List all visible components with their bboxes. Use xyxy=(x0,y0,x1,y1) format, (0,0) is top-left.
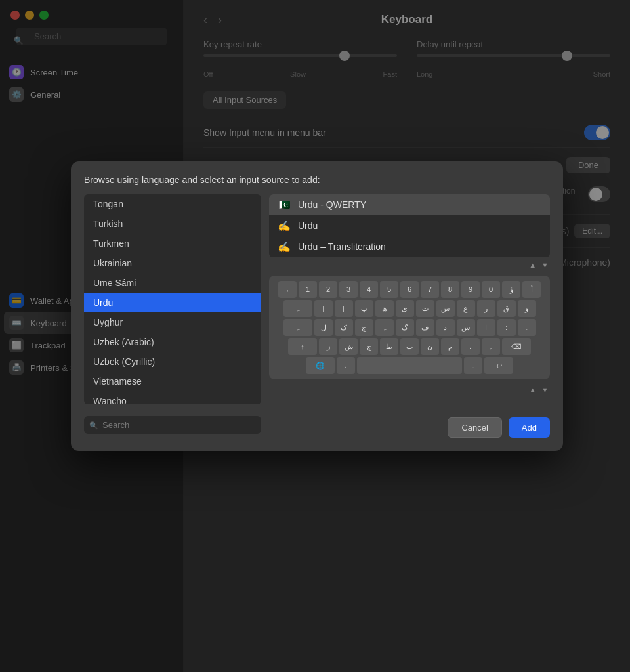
kb-key: ط xyxy=(380,338,398,355)
kb-key: 7 xyxy=(421,281,439,298)
kb-scroll-down[interactable]: ▼ xyxy=(540,385,550,395)
kb-key: ، xyxy=(337,357,355,374)
kb-key: چ xyxy=(360,338,378,355)
kb-key: ق xyxy=(497,300,516,317)
cancel-button[interactable]: Cancel xyxy=(448,417,501,438)
kb-key: ؛ xyxy=(497,319,516,336)
dialog-footer: Cancel Add xyxy=(448,417,550,438)
kb-key: ک xyxy=(335,319,353,336)
kb-key: ہ xyxy=(284,300,312,317)
kb-key: چ xyxy=(355,319,373,336)
lang-item-uyghur[interactable]: Uyghur xyxy=(84,312,261,332)
lang-item-ukrainian[interactable]: Ukrainian xyxy=(84,253,261,273)
kb-key: ھ xyxy=(375,300,394,317)
kb-key: أ xyxy=(522,281,541,298)
language-list[interactable]: Tongan Turkish Turkmen Ukrainian Ume Sám… xyxy=(84,194,261,404)
kb-scroll-up[interactable]: ▲ xyxy=(528,385,537,395)
kb-key: ن xyxy=(421,338,439,355)
add-input-source-dialog: Browse using language and select an inpu… xyxy=(71,161,563,451)
input-source-label: Urdu – Transliteration xyxy=(298,242,386,252)
kb-key: [ xyxy=(335,300,353,317)
lang-item-vietnamese[interactable]: Vietnamese xyxy=(84,371,261,391)
kb-key: ہ xyxy=(284,319,312,336)
kb-key: پ xyxy=(355,300,373,317)
input-source-urdu[interactable]: ✍ Urdu xyxy=(269,215,550,236)
kb-key: ] xyxy=(314,300,333,317)
kb-key: ب xyxy=(400,338,419,355)
input-source-urdu-qwerty[interactable]: 🇵🇰 Urdu - QWERTY xyxy=(269,194,550,215)
lang-item-ume-sami[interactable]: Ume Sámi xyxy=(84,273,261,293)
kb-key: 4 xyxy=(360,281,378,298)
kb-key: ت xyxy=(416,300,434,317)
kb-key: ل xyxy=(314,319,333,336)
kb-key: ز xyxy=(319,338,337,355)
kb-key: س xyxy=(436,300,455,317)
kb-key: ؤ xyxy=(502,281,520,298)
kb-key: گ xyxy=(396,319,414,336)
lang-item-urdu[interactable]: Urdu xyxy=(84,293,261,312)
input-source-label: Urdu xyxy=(298,220,318,231)
kb-row-2: ہ ] [ پ ھ ی ت س ع ر ق و xyxy=(274,300,545,317)
input-source-list: 🇵🇰 Urdu - QWERTY ✍ Urdu ✍ Urdu – Transli… xyxy=(269,194,550,257)
pakistan-flag-icon: 🇵🇰 xyxy=(277,200,291,210)
urdu-transliteration-icon: ✍ xyxy=(277,242,291,252)
right-panel: 🇵🇰 Urdu - QWERTY ✍ Urdu ✍ Urdu – Transli… xyxy=(269,194,550,404)
kb-key: ہ xyxy=(375,319,394,336)
urdu-icon: ✍ xyxy=(277,220,291,231)
kb-row-5: 🌐 ، . ↩ xyxy=(274,357,545,374)
kb-key-space xyxy=(357,357,462,374)
lang-item-uzbek-arabic[interactable]: Uzbek (Arabic) xyxy=(84,332,261,352)
kb-key: س xyxy=(457,319,475,336)
kb-key: 2 xyxy=(319,281,337,298)
kb-row-3: ہ ل ک چ ہ گ ف د س ا ؛ ۔ xyxy=(274,319,545,336)
lang-item-uzbek-cyrillic[interactable]: Uzbek (Cyrillic) xyxy=(84,352,261,371)
add-button[interactable]: Add xyxy=(509,417,550,438)
kb-key: 9 xyxy=(461,281,480,298)
kb-key: ۔ xyxy=(518,319,536,336)
kb-key: ۔ xyxy=(482,338,500,355)
lang-item-turkmen[interactable]: Turkmen xyxy=(84,234,261,253)
kb-key: 0 xyxy=(482,281,500,298)
kb-key: ا xyxy=(477,319,495,336)
kb-key: 6 xyxy=(400,281,419,298)
input-source-urdu-transliteration[interactable]: ✍ Urdu – Transliteration xyxy=(269,236,550,257)
kb-key: 3 xyxy=(339,281,358,298)
kb-row-4: ↑ ز ش چ ط ب ن م ، ۔ ⌫ xyxy=(274,338,545,355)
lang-item-tongan[interactable]: Tongan xyxy=(84,194,261,214)
kb-key: ی xyxy=(396,300,414,317)
kb-key: ، xyxy=(461,338,480,355)
kb-key: م xyxy=(441,338,459,355)
kb-key: و xyxy=(518,300,536,317)
kb-key: 🌐 xyxy=(306,357,335,374)
kb-key: ، xyxy=(278,281,297,298)
kb-key: 5 xyxy=(380,281,398,298)
kb-key: ع xyxy=(457,300,475,317)
kb-key: . xyxy=(464,357,482,374)
lang-item-turkish[interactable]: Turkish xyxy=(84,214,261,234)
kb-key: 8 xyxy=(441,281,459,298)
dialog-title: Browse using language and select an inpu… xyxy=(84,175,550,185)
kb-row-1: ، 1 2 3 4 5 6 7 8 9 0 ؤ أ xyxy=(274,281,545,298)
input-source-label: Urdu - QWERTY xyxy=(298,200,366,210)
kb-key: ش xyxy=(339,338,358,355)
kb-key: ر xyxy=(477,300,495,317)
kb-key: د xyxy=(436,319,455,336)
dialog-body: Tongan Turkish Turkmen Ukrainian Ume Sám… xyxy=(84,194,550,404)
scroll-up-arrow[interactable]: ▲ xyxy=(528,260,537,270)
dialog-search-input[interactable] xyxy=(84,416,261,434)
scroll-down-arrow[interactable]: ▼ xyxy=(540,260,550,270)
keyboard-preview: ، 1 2 3 4 5 6 7 8 9 0 ؤ أ ہ ] [ xyxy=(269,276,550,379)
kb-key: ↑ xyxy=(288,338,317,355)
kb-key: 1 xyxy=(299,281,317,298)
lang-item-wancho[interactable]: Wancho xyxy=(84,391,261,404)
kb-key: ⌫ xyxy=(502,338,531,355)
kb-key: ف xyxy=(416,319,434,336)
kb-key-return: ↩ xyxy=(484,357,513,374)
